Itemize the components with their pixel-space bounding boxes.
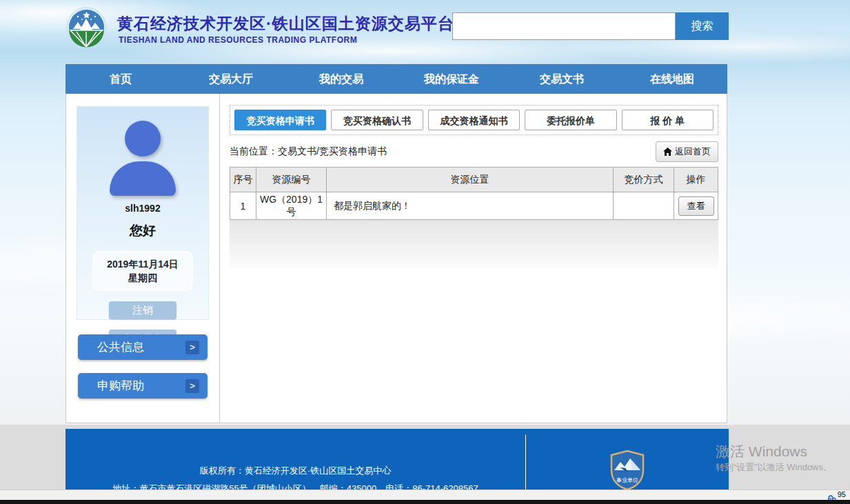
- menu-label: 申购帮助: [97, 378, 144, 394]
- nav-item-online-map[interactable]: 在线地图: [617, 64, 727, 94]
- resource-table: 序号 资源编号 资源位置 竞价方式 操作 1 WG（2019）1号 都是郭启航家…: [230, 167, 718, 220]
- chevron-right-icon: >: [185, 379, 199, 393]
- tab-quotation[interactable]: 报 价 单: [622, 110, 714, 130]
- tab-bid-qualification-confirmation[interactable]: 竞买资格确认书: [331, 110, 423, 130]
- breadcrumb-row: 当前位置：交易文书/竞买资格申请书 返回首页: [230, 137, 718, 167]
- footer: 版权所有：黄石经济开发区·铁山区国土交易中心 地址：黄石市黄石港区磁湖路55号（…: [65, 429, 729, 490]
- avatar-body: [110, 161, 176, 196]
- zoom-level: 95: [838, 490, 846, 498]
- footer-address: 地址：黄石市黄石港区磁湖路55号（团城山小区） 邮编：435000 电话：86-…: [65, 483, 525, 490]
- user-avatar-icon: [105, 121, 181, 196]
- main-nav: 首页 交易大厅 我的交易 我的保证金 交易文书 在线地图: [65, 64, 727, 94]
- taskbar-edge: [0, 500, 850, 504]
- search-input[interactable]: [452, 12, 676, 40]
- site-logo-icon: [66, 7, 107, 48]
- empty-rows-area: [230, 220, 718, 268]
- col-header-resource-no: 资源编号: [256, 168, 327, 192]
- tab-bid-qualification-application[interactable]: 竞买资格申请书: [234, 110, 326, 130]
- windows-activate-watermark-sub: 转到“设置”以激活 Windows。: [716, 461, 832, 474]
- username: slh1992: [77, 203, 208, 214]
- nav-item-trade-documents[interactable]: 交易文书: [507, 64, 617, 94]
- greeting: 您好: [77, 222, 208, 240]
- windows-activate-watermark: 激活 Windows: [716, 442, 807, 461]
- page: 黄石经济技术开发区·铁山区国土资源交易平台 TIESHAN LAND AND R…: [0, 0, 850, 504]
- cell-location: 都是郭启航家的！: [327, 192, 614, 220]
- badge-label: 事业单位: [616, 477, 638, 483]
- nav-item-my-deposit[interactable]: 我的保证金: [396, 64, 507, 94]
- user-card: slh1992 您好 2019年11月14日 星期四 注销 个人信息: [77, 106, 209, 320]
- browser-zoom-indicator[interactable]: + 95: [828, 490, 846, 498]
- content-wrapper: slh1992 您好 2019年11月14日 星期四 注销 个人信息 公共信息 …: [65, 94, 727, 423]
- sidebar-item-purchase-help[interactable]: 申购帮助 >: [78, 373, 208, 399]
- table-row: 1 WG（2019）1号 都是郭启航家的！ 查看: [230, 192, 718, 220]
- home-icon: [663, 148, 672, 156]
- nav-item-home[interactable]: 首页: [65, 64, 176, 94]
- institution-badge-icon[interactable]: 事业单位: [609, 450, 646, 490]
- sidebar-item-public-info[interactable]: 公共信息 >: [78, 334, 208, 360]
- site-subtitle: TIESHAN LAND AND RESOURCES TRADING PLATF…: [119, 35, 357, 45]
- tab-deal-qualification-notice[interactable]: 成交资格通知书: [428, 110, 520, 130]
- date-card: 2019年11月14日 星期四: [92, 251, 193, 291]
- cell-resource-no: WG（2019）1号: [256, 192, 327, 220]
- col-header-seq: 序号: [230, 168, 256, 192]
- footer-copyright: 版权所有：黄石经济开发区·铁山区国土交易中心: [65, 465, 525, 477]
- cell-seq: 1: [230, 192, 256, 220]
- search-button[interactable]: 搜索: [676, 12, 729, 40]
- document-tabs: 竞买资格申请书 竞买资格确认书 成交资格通知书 委托报价单 报 价 单: [230, 105, 718, 135]
- back-home-label: 返回首页: [675, 145, 711, 158]
- nav-item-my-trades[interactable]: 我的交易: [286, 64, 396, 94]
- browser-status-bar: [0, 490, 850, 500]
- col-header-action: 操作: [674, 168, 718, 192]
- breadcrumb: 当前位置：交易文书/竞买资格申请书: [230, 145, 387, 158]
- nav-item-trading-hall[interactable]: 交易大厅: [176, 64, 286, 94]
- site-title: 黄石经济技术开发区·铁山区国土资源交易平台: [117, 13, 476, 34]
- sidebar: slh1992 您好 2019年11月14日 星期四 注销 个人信息 公共信息 …: [66, 94, 220, 423]
- logout-button[interactable]: 注销: [109, 301, 176, 319]
- weekday-text: 星期四: [94, 271, 192, 285]
- footer-divider: [525, 434, 526, 490]
- cell-bid-method: [614, 192, 674, 220]
- date-text: 2019年11月14日: [94, 257, 192, 271]
- main-panel: 竞买资格申请书 竞买资格确认书 成交资格通知书 委托报价单 报 价 单 当前位置…: [220, 94, 727, 423]
- col-header-location: 资源位置: [327, 168, 614, 192]
- table-header-row: 序号 资源编号 资源位置 竞价方式 操作: [230, 168, 718, 192]
- back-home-button[interactable]: 返回首页: [656, 141, 718, 162]
- magnifier-icon: +: [828, 491, 836, 498]
- avatar-head: [125, 121, 161, 157]
- menu-label: 公共信息: [97, 339, 144, 355]
- chevron-right-icon: >: [185, 341, 199, 354]
- col-header-bid-method: 竞价方式: [614, 168, 674, 192]
- view-button[interactable]: 查看: [678, 196, 714, 216]
- tab-entrusted-quotation[interactable]: 委托报价单: [525, 110, 616, 130]
